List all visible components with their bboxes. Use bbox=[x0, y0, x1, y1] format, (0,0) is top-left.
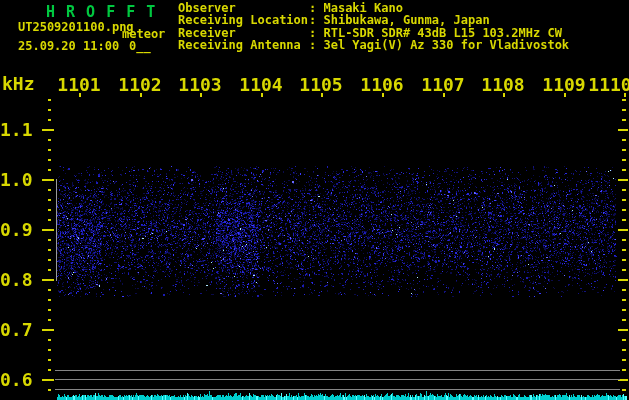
freq-minor-tick-left bbox=[48, 259, 51, 261]
time-tick-label: 1105 bbox=[299, 77, 342, 93]
time-tick-mark bbox=[140, 93, 142, 97]
freq-minor-tick-left bbox=[48, 349, 51, 351]
freq-minor-tick-right bbox=[622, 119, 626, 121]
time-tick-mark bbox=[624, 93, 626, 97]
freq-minor-tick-right bbox=[622, 389, 626, 391]
freq-major-tick-left bbox=[42, 129, 54, 131]
filename-text: UT2509201100.png bbox=[18, 20, 134, 34]
freq-minor-tick-right bbox=[622, 159, 626, 161]
info-colon: : bbox=[309, 14, 323, 26]
time-tick-label: 1102 bbox=[118, 77, 161, 93]
app-title: H R O F F T bbox=[46, 3, 156, 21]
info-label: Receiving Location bbox=[178, 14, 309, 26]
info-colon: : bbox=[309, 39, 323, 51]
freq-minor-tick-right bbox=[622, 99, 626, 101]
time-tick-mark bbox=[200, 93, 202, 97]
time-tick-mark bbox=[79, 93, 81, 97]
time-tick-mark bbox=[564, 93, 566, 97]
freq-minor-tick-right bbox=[622, 289, 626, 291]
freq-minor-tick-right bbox=[622, 189, 626, 191]
freq-minor-tick-right bbox=[622, 219, 626, 221]
freq-major-tick-right bbox=[618, 279, 628, 281]
freq-minor-tick-right bbox=[622, 259, 626, 261]
freq-minor-tick-left bbox=[48, 269, 51, 271]
freq-minor-tick-left bbox=[48, 339, 51, 341]
freq-minor-tick-right bbox=[622, 109, 626, 111]
time-tick-label: 1109 bbox=[542, 77, 585, 93]
freq-minor-tick-right bbox=[622, 299, 626, 301]
freq-minor-tick-left bbox=[48, 149, 51, 151]
freq-minor-tick-right bbox=[622, 339, 626, 341]
echo-counter: 0__ bbox=[129, 39, 151, 53]
freq-major-tick-right bbox=[618, 179, 628, 181]
time-tick-mark bbox=[382, 93, 384, 97]
freq-major-tick-left bbox=[42, 279, 54, 281]
spectrogram-canvas bbox=[0, 0, 629, 400]
datetime-text: 25.09.20 11:00 bbox=[18, 39, 119, 53]
freq-minor-tick-right bbox=[622, 199, 626, 201]
time-tick-label: 1103 bbox=[178, 77, 221, 93]
freq-minor-tick-left bbox=[48, 159, 51, 161]
time-tick-mark bbox=[503, 93, 505, 97]
freq-minor-tick-left bbox=[48, 369, 51, 371]
time-tick-label: 1106 bbox=[360, 77, 403, 93]
receiver-info-block: Observer: Masaki KanoReceiving Location:… bbox=[178, 2, 569, 52]
freq-minor-tick-left bbox=[48, 109, 51, 111]
freq-minor-tick-right bbox=[622, 139, 626, 141]
level-line bbox=[55, 370, 620, 371]
freq-minor-tick-right bbox=[622, 209, 626, 211]
receiver-info-row: Receiving Location: Shibukawa, Gunma, Ja… bbox=[178, 14, 569, 26]
freq-minor-tick-right bbox=[622, 169, 626, 171]
freq-minor-tick-left bbox=[48, 389, 51, 391]
freq-minor-tick-left bbox=[48, 99, 51, 101]
info-value: Shibukawa, Gunma, Japan bbox=[323, 14, 489, 26]
freq-minor-tick-left bbox=[48, 359, 51, 361]
receiver-band-marker bbox=[56, 179, 57, 281]
time-tick-label: 1101 bbox=[57, 77, 100, 93]
time-tick-mark bbox=[443, 93, 445, 97]
freq-tick-label: 1.0 bbox=[0, 171, 33, 189]
time-tick-mark bbox=[321, 93, 323, 97]
freq-minor-tick-left bbox=[48, 309, 51, 311]
info-label: Receiving Antenna bbox=[178, 39, 309, 51]
freq-unit-label: kHz bbox=[2, 76, 35, 92]
freq-tick-label: 0.6 bbox=[0, 371, 33, 389]
time-tick-label: 1104 bbox=[239, 77, 282, 93]
receiver-info-row: Receiving Antenna: 3el Yagi(V) Az 330 fo… bbox=[178, 39, 569, 51]
time-tick-label: 1108 bbox=[481, 77, 524, 93]
freq-major-tick-left bbox=[42, 179, 54, 181]
freq-minor-tick-left bbox=[48, 119, 51, 121]
freq-major-tick-right bbox=[618, 129, 628, 131]
hrofft-screen: H R O F F T UT2509201100.png meteor 25.0… bbox=[0, 0, 629, 400]
freq-major-tick-left bbox=[42, 329, 54, 331]
freq-minor-tick-left bbox=[48, 289, 51, 291]
freq-minor-tick-right bbox=[622, 269, 626, 271]
freq-minor-tick-left bbox=[48, 319, 51, 321]
freq-tick-label: 0.8 bbox=[0, 271, 33, 289]
freq-minor-tick-left bbox=[48, 139, 51, 141]
freq-minor-tick-left bbox=[48, 209, 51, 211]
freq-major-tick-left bbox=[42, 229, 54, 231]
level-line bbox=[55, 389, 620, 390]
freq-minor-tick-left bbox=[48, 219, 51, 221]
info-value: 3el Yagi(V) Az 330 for Vladivostok bbox=[323, 39, 569, 51]
freq-major-tick-right bbox=[618, 229, 628, 231]
freq-minor-tick-left bbox=[48, 169, 51, 171]
freq-major-tick-left bbox=[42, 379, 54, 381]
freq-minor-tick-left bbox=[48, 199, 51, 201]
freq-minor-tick-right bbox=[622, 359, 626, 361]
freq-minor-tick-left bbox=[48, 299, 51, 301]
freq-minor-tick-left bbox=[48, 189, 51, 191]
freq-minor-tick-right bbox=[622, 369, 626, 371]
freq-tick-label: 0.7 bbox=[0, 321, 33, 339]
freq-minor-tick-right bbox=[622, 309, 626, 311]
level-line bbox=[55, 379, 620, 380]
freq-major-tick-right bbox=[618, 329, 628, 331]
freq-minor-tick-left bbox=[48, 249, 51, 251]
freq-tick-label: 1.1 bbox=[0, 121, 33, 139]
freq-minor-tick-right bbox=[622, 319, 626, 321]
freq-minor-tick-right bbox=[622, 349, 626, 351]
freq-minor-tick-right bbox=[622, 239, 626, 241]
freq-minor-tick-left bbox=[48, 239, 51, 241]
time-tick-label: 1110 bbox=[588, 77, 629, 93]
